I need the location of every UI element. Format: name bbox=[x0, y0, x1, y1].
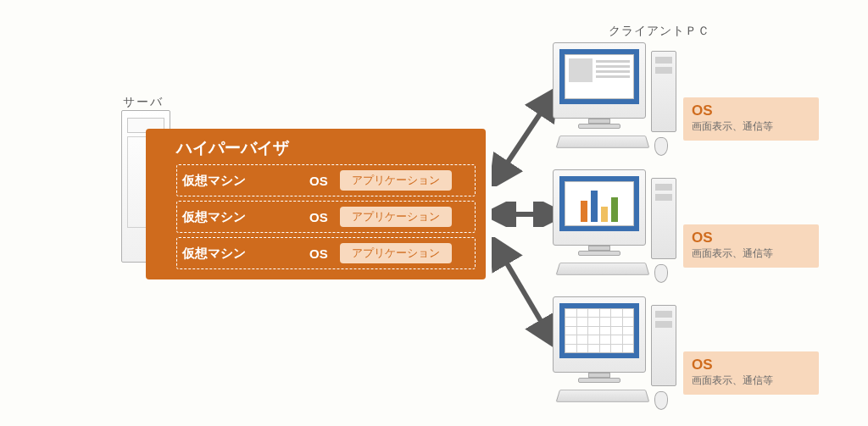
arrow-vm2-to-client2 bbox=[492, 202, 559, 227]
vm-app-label: アプリケーション bbox=[340, 207, 452, 227]
os-card-title: OS bbox=[692, 357, 810, 373]
vm-os-label: OS bbox=[309, 246, 340, 261]
keyboard-icon bbox=[556, 263, 650, 275]
os-card-subtitle: 画面表示、通信等 bbox=[692, 246, 810, 261]
os-card: OS 画面表示、通信等 bbox=[683, 351, 819, 395]
server-label: サーバ bbox=[123, 95, 164, 110]
mouse-icon bbox=[654, 137, 668, 156]
hypervisor-box: ハイパーバイザ 仮想マシン OS アプリケーション 仮想マシン OS アプリケー… bbox=[146, 129, 486, 279]
client-pc bbox=[553, 169, 688, 293]
client-pc bbox=[553, 42, 688, 166]
vm-app-label: アプリケーション bbox=[340, 170, 452, 191]
vm-app-label: アプリケーション bbox=[340, 243, 452, 263]
keyboard-icon bbox=[556, 390, 650, 402]
vm-row: 仮想マシン OS アプリケーション bbox=[176, 164, 476, 196]
vm-row: 仮想マシン OS アプリケーション bbox=[176, 201, 476, 233]
svg-line-0 bbox=[498, 100, 549, 176]
vm-name: 仮想マシン bbox=[182, 246, 309, 262]
keyboard-icon bbox=[556, 136, 650, 148]
os-card-subtitle: 画面表示、通信等 bbox=[692, 119, 810, 134]
pc-tower-icon bbox=[651, 305, 676, 386]
screen-document-icon bbox=[565, 54, 634, 99]
client-pc-label: クライアントＰＣ bbox=[609, 24, 710, 39]
os-card-subtitle: 画面表示、通信等 bbox=[692, 373, 810, 388]
svg-line-2 bbox=[498, 249, 549, 335]
pc-tower-icon bbox=[651, 51, 676, 132]
vm-os-label: OS bbox=[309, 174, 340, 188]
arrow-vm3-to-client3 bbox=[492, 237, 559, 347]
mouse-icon bbox=[654, 391, 668, 410]
monitor-icon bbox=[553, 296, 646, 373]
pc-tower-icon bbox=[651, 178, 676, 259]
os-card-title: OS bbox=[692, 102, 810, 119]
client-pc bbox=[553, 296, 688, 420]
os-card: OS 画面表示、通信等 bbox=[683, 97, 819, 141]
vm-name: 仮想マシン bbox=[182, 173, 309, 189]
screen-spreadsheet-icon bbox=[565, 308, 634, 353]
arrow-vm1-to-client1 bbox=[492, 85, 559, 186]
vm-name: 仮想マシン bbox=[182, 209, 309, 225]
os-card-title: OS bbox=[692, 230, 810, 246]
monitor-icon bbox=[553, 42, 646, 119]
os-card: OS 画面表示、通信等 bbox=[683, 224, 819, 268]
monitor-icon bbox=[553, 169, 646, 246]
vm-os-label: OS bbox=[309, 210, 340, 224]
hypervisor-title: ハイパーバイザ bbox=[176, 137, 476, 159]
mouse-icon bbox=[654, 264, 668, 283]
screen-chart-icon bbox=[565, 181, 634, 226]
vm-row: 仮想マシン OS アプリケーション bbox=[176, 237, 476, 269]
